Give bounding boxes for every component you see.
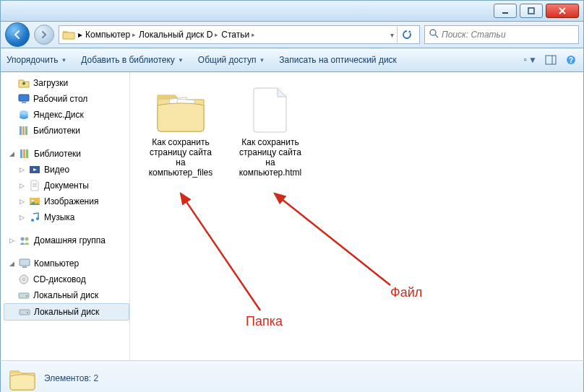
disc-icon xyxy=(18,274,30,285)
expand-icon[interactable]: ◢ xyxy=(8,260,15,267)
svg-rect-38 xyxy=(19,293,29,298)
maximize-button[interactable] xyxy=(520,4,543,18)
svg-rect-24 xyxy=(26,149,28,158)
file-item-folder[interactable]: Как сохранить страницу сайта на компьюте… xyxy=(145,84,217,178)
tree-label: Локальный диск xyxy=(33,290,98,300)
organize-button[interactable]: Упорядочить ▼ xyxy=(7,55,66,65)
tree-label: Библиотеки xyxy=(34,149,81,159)
computer-icon xyxy=(19,258,30,269)
downloads-icon xyxy=(18,77,30,89)
burn-button[interactable]: Записать на оптический диск xyxy=(279,55,397,65)
svg-rect-23 xyxy=(23,149,25,158)
preview-pane-button[interactable] xyxy=(544,53,557,66)
close-button[interactable] xyxy=(546,4,579,18)
tree-label: Локальный диск xyxy=(34,307,99,317)
navigation-pane: Загрузки Рабочий стол Яндекс.Диск Библио… xyxy=(1,72,130,360)
tree-item-computer[interactable]: ◢Компьютер xyxy=(4,256,129,271)
video-icon xyxy=(29,164,40,175)
folder-icon xyxy=(62,29,75,40)
folder-icon xyxy=(8,365,37,391)
breadcrumb-item[interactable]: Компьютер▸ xyxy=(85,30,136,40)
tree-item-drive-selected[interactable]: Локальный диск xyxy=(4,303,129,321)
file-list[interactable]: Как сохранить страницу сайта на компьюте… xyxy=(130,72,583,360)
dropdown-icon[interactable]: ▾ xyxy=(390,31,394,39)
help-button[interactable]: ? xyxy=(564,53,577,66)
nav-forward-button[interactable] xyxy=(34,25,54,45)
svg-point-33 xyxy=(25,238,29,241)
svg-rect-8 xyxy=(524,60,525,61)
address-row: ▸ Компьютер▸ Локальный диск D▸ Статьи▸ ▾… xyxy=(0,22,584,48)
share-label: Общий доступ xyxy=(198,55,257,65)
tree-label: Домашняя группа xyxy=(34,235,106,245)
svg-rect-14 xyxy=(19,95,29,101)
tree-item-downloads[interactable]: Загрузки xyxy=(4,75,129,91)
svg-point-37 xyxy=(23,279,25,281)
tree-label: Загрузки xyxy=(33,78,68,88)
nav-back-button[interactable] xyxy=(5,22,30,47)
svg-rect-40 xyxy=(20,310,30,315)
svg-rect-9 xyxy=(525,60,526,61)
expand-icon[interactable]: ▷ xyxy=(18,198,25,205)
expand-icon[interactable]: ◢ xyxy=(8,150,15,157)
tree-item-libraries-root[interactable]: ◢ Библиотеки xyxy=(4,146,129,162)
tree-label: Музыка xyxy=(44,212,74,222)
svg-rect-35 xyxy=(22,266,27,268)
drive-icon xyxy=(18,289,30,301)
status-text: Элементов: 2 xyxy=(44,373,98,383)
pictures-icon xyxy=(29,196,40,207)
tree-label: CD-дисковод xyxy=(33,274,86,284)
tree-item-desktop[interactable]: Рабочий стол xyxy=(4,91,129,107)
svg-point-30 xyxy=(31,219,34,222)
search-input[interactable]: Поиск: Статьи xyxy=(424,25,579,44)
tree-item-homegroup[interactable]: ▷Домашняя группа xyxy=(4,232,129,248)
svg-rect-21 xyxy=(25,126,27,135)
homegroup-icon xyxy=(19,235,30,246)
expand-icon[interactable]: ▷ xyxy=(18,166,25,173)
tree-label: Яндекс.Диск xyxy=(33,110,84,120)
tree-label: Видео xyxy=(44,165,69,175)
tree-item-music[interactable]: ▷Музыка xyxy=(4,209,129,225)
file-item-html[interactable]: Как сохранить страницу сайта на компьюте… xyxy=(234,84,306,178)
svg-line-44 xyxy=(181,193,260,310)
svg-point-31 xyxy=(36,217,39,220)
svg-rect-15 xyxy=(22,102,26,103)
window-titlebar xyxy=(0,0,584,22)
view-options-button[interactable]: ▼ xyxy=(524,53,537,66)
tree-item-libraries[interactable]: Библиотеки xyxy=(4,123,129,139)
expand-icon[interactable]: ▷ xyxy=(8,237,15,244)
command-bar: Упорядочить ▼ Добавить в библиотеку ▼ Об… xyxy=(0,48,584,72)
desktop-icon xyxy=(18,93,30,105)
breadcrumb-label: Локальный диск D xyxy=(139,30,212,40)
share-with-button[interactable]: Общий доступ ▼ xyxy=(198,55,265,65)
details-pane: Элементов: 2 xyxy=(0,360,584,392)
tree-item-cdrom[interactable]: CD-дисковод xyxy=(4,271,129,287)
svg-rect-7 xyxy=(525,58,526,59)
tree-item-videos[interactable]: ▷Видео xyxy=(4,162,129,178)
svg-rect-1 xyxy=(528,8,534,14)
tree-item-documents[interactable]: ▷Документы xyxy=(4,178,129,193)
libraries-icon xyxy=(19,148,30,160)
tree-label: Документы xyxy=(44,180,89,191)
tree-item-yandex-disk[interactable]: Яндекс.Диск xyxy=(4,107,129,123)
refresh-button[interactable] xyxy=(397,27,416,43)
expand-icon[interactable]: ▷ xyxy=(18,182,25,189)
tree-item-pictures[interactable]: ▷Изображения xyxy=(4,193,129,209)
minimize-button[interactable] xyxy=(494,4,517,18)
svg-point-4 xyxy=(430,30,436,35)
annotation-label-folder: Папка xyxy=(246,314,283,329)
breadcrumb-item[interactable]: Локальный диск D▸ xyxy=(139,30,218,40)
search-icon xyxy=(429,29,439,40)
include-label: Добавить в библиотеку xyxy=(81,55,175,65)
tree-item-drive[interactable]: Локальный диск xyxy=(4,287,129,303)
file-item-label: Как сохранить страницу сайта на компьюте… xyxy=(145,137,217,178)
svg-point-29 xyxy=(32,200,34,202)
organize-label: Упорядочить xyxy=(7,55,58,65)
address-bar[interactable]: ▸ Компьютер▸ Локальный диск D▸ Статьи▸ ▾ xyxy=(59,25,420,44)
include-in-library-button[interactable]: Добавить в библиотеку ▼ xyxy=(81,55,183,65)
expand-icon[interactable]: ▷ xyxy=(18,214,25,221)
svg-line-5 xyxy=(435,35,438,38)
tree-label: Библиотеки xyxy=(33,126,80,136)
breadcrumb-item[interactable]: Статьи▸ xyxy=(221,30,255,40)
chevron-down-icon: ▼ xyxy=(259,57,265,64)
libraries-icon xyxy=(18,125,30,136)
